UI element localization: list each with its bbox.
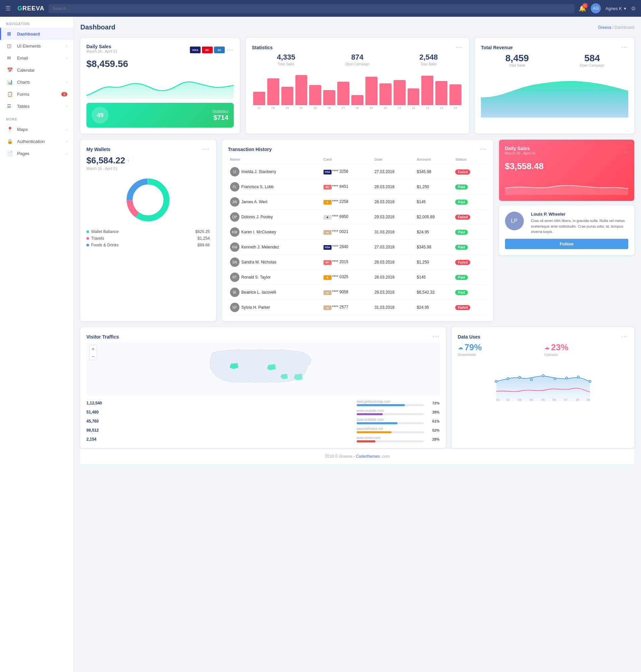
pink-amount: $3,558.48 (505, 161, 629, 172)
stat-total-sales2: 2,548 (394, 53, 463, 61)
settings-icon[interactable]: ⚙ (631, 5, 636, 12)
col-card: Card (322, 155, 372, 164)
profile-name: Louis P. Wheeler (531, 211, 629, 217)
sidebar-item-dashboard[interactable]: ⊞ Dashboard (0, 28, 73, 40)
total-revenue-menu[interactable]: ··· (621, 44, 628, 51)
amex-logo: AE (214, 46, 225, 53)
topnav-right: 🔔 21 AG Agnes K ▾ ⚙ (579, 3, 636, 13)
rev-total-sales-label: Total Sales (481, 64, 553, 67)
footer-link[interactable]: Coderthemes (356, 454, 380, 459)
traffic-pct: 61% (426, 419, 440, 423)
follow-button[interactable]: Follow (505, 239, 629, 249)
statistics-title: Statistics (252, 45, 273, 50)
download-label: Downloads (458, 353, 542, 357)
bar-item: 06 (323, 90, 335, 109)
mc-logo: MC (202, 46, 213, 53)
upload-label: Uploads (544, 353, 628, 357)
calendar-icon: 📅 (7, 67, 14, 73)
svg-point-6 (507, 378, 509, 380)
sidebar-item-pages[interactable]: 📄 Pages › (0, 147, 73, 160)
search-input[interactable] (49, 4, 575, 13)
my-wallets-title: My Wallets (86, 147, 110, 152)
daily-sales-card: Daily Sales March 26 - April 01 VISA MC … (80, 38, 240, 134)
data-uses-title: Data Uses (458, 334, 481, 340)
sidebar-item-forms[interactable]: 📋 Forms 6 (0, 88, 73, 100)
breadcrumb-current: Dashboard (615, 25, 634, 30)
svg-point-10 (554, 378, 556, 380)
chevron-right-icon: › (66, 44, 67, 48)
transaction-menu[interactable]: ··· (480, 146, 487, 153)
svg-text:01: 01 (496, 398, 499, 401)
table-row: SNSandra M. Nicholas MC**** 2015 28.03.2… (228, 255, 487, 270)
pink-card-menu[interactable]: ··· (623, 148, 628, 155)
visitor-traffic-menu[interactable]: ··· (433, 333, 440, 340)
legend-item-foods: Foods & Drinks $89.66 (86, 243, 210, 247)
sidebar-item-email[interactable]: ✉ Email › (0, 52, 73, 64)
main-content: Dashboard Greeva / Dashboard Daily Sales… (74, 17, 641, 471)
my-wallets-menu[interactable]: ··· (203, 146, 210, 153)
sidebar-item-ui-elements[interactable]: ◫ UI Elements › (0, 40, 73, 52)
map-zoom-in[interactable]: + (90, 345, 97, 353)
chevron-right-icon: › (66, 56, 67, 60)
tables-icon: ☰ (7, 104, 14, 109)
breadcrumb-parent[interactable]: Greeva (598, 25, 611, 30)
sidebar-item-calendar[interactable]: 📅 Calendar (0, 64, 73, 76)
stats-circle-label: Statistics (212, 109, 228, 114)
svg-text:04: 04 (530, 398, 533, 401)
dashboard-icon: ⊞ (7, 31, 14, 37)
profile-section: LP Louis P. Wheeler Cras sit amet nibh l… (505, 211, 629, 235)
traffic-value: 51,480 (86, 410, 354, 414)
svg-point-11 (565, 377, 567, 379)
bar-item: 07 (337, 82, 349, 109)
stat-open-campaign: 874 (323, 53, 392, 61)
forms-icon: 📋 (7, 92, 14, 97)
transaction-title: Transaction History (228, 147, 272, 152)
total-revenue-header: Total Revenue ··· (481, 44, 628, 51)
email-icon: ✉ (7, 55, 14, 60)
statistics-menu[interactable]: ··· (456, 44, 463, 51)
right-column: Daily Sales March 26 - April 01 ··· $3,5… (499, 140, 635, 321)
svg-text:02: 02 (506, 398, 509, 401)
more-section-label: MORE (0, 112, 73, 123)
hamburger-icon[interactable]: ☰ (5, 5, 11, 12)
col-name: Name (228, 155, 322, 164)
data-uses-menu[interactable]: ··· (621, 333, 628, 340)
sidebar: NAVIGATION ⊞ Dashboard ◫ UI Elements › ✉… (0, 17, 74, 672)
wallet-amount: $6,584.22 ↑ (86, 155, 210, 166)
traffic-value: 2,154 (86, 437, 354, 442)
stats-circle-amount: $714 (212, 114, 228, 122)
total-revenue-chart (481, 71, 628, 118)
bar-item: 08 (351, 95, 363, 109)
sidebar-item-maps[interactable]: 📍 Maps › (0, 123, 73, 135)
bar-item: 12 (408, 88, 420, 109)
notification-badge: 21 (582, 3, 588, 9)
traffic-bar: www.youtube.com (357, 409, 424, 415)
page-title: Dashboard (80, 24, 115, 31)
data-uses-header: Data Uses ··· (458, 333, 628, 340)
stat-total-sales2-label: Total Sales (394, 62, 463, 66)
pink-card-subtitle: March 26 - April 01 (505, 151, 536, 155)
col-date: Date (372, 155, 415, 164)
statistics-card: Statistics ··· 4,335 Total Sales 874 Ope… (246, 38, 469, 134)
page-header: Dashboard Greeva / Dashboard (80, 24, 634, 31)
map-area: + − (86, 342, 440, 396)
traffic-pct: 28% (426, 437, 440, 441)
col-amount: Amount (415, 155, 453, 164)
rev-open-campaign: 584 (556, 53, 628, 64)
daily-sales-menu[interactable]: ··· (227, 46, 234, 54)
sidebar-item-charts[interactable]: 📊 Charts › (0, 76, 73, 88)
map-zoom-out[interactable]: − (90, 353, 97, 360)
traffic-pct: 39% (426, 410, 440, 414)
user-menu[interactable]: Agnes K ▾ (605, 6, 626, 11)
table-row: RTRonald S. Taylor $**** 0325 28.03.2018… (228, 270, 487, 285)
sidebar-item-authentication[interactable]: 🔒 Authentication › (0, 135, 73, 147)
traffic-bar: www.getbootstrap.com (357, 400, 424, 406)
traffic-value: 98,512 (86, 428, 354, 433)
chevron-right-icon: › (66, 105, 67, 108)
sidebar-item-tables[interactable]: ☰ Tables › (0, 100, 73, 112)
daily-sales-amount: $8,459.56 (86, 59, 234, 69)
bar-item: 11 (394, 80, 406, 109)
table-row: IJImelda J. Stanberry VISA**** 3256 27.0… (228, 164, 487, 179)
profile-card: LP Louis P. Wheeler Cras sit amet nibh l… (499, 206, 635, 255)
notification-bell[interactable]: 🔔 21 (579, 5, 586, 12)
